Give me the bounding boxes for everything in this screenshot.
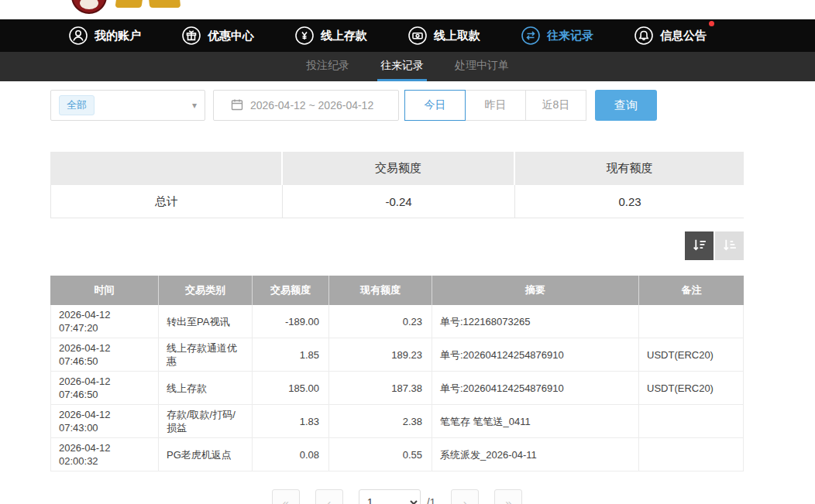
- page-total-label: /1: [427, 496, 436, 504]
- first-page-button[interactable]: «: [272, 489, 300, 504]
- top-strip: [0, 0, 815, 19]
- tab-processing-orders[interactable]: 处理中订单: [452, 52, 512, 81]
- announcement-icon: [634, 26, 654, 46]
- nav-label: 优惠中心: [208, 29, 254, 43]
- today-button[interactable]: 今日: [404, 90, 466, 121]
- site-logo-mascot: [71, 0, 107, 14]
- table-row: 2026-04-12 07:46:50 线上存款 185.00 187.38 单…: [51, 372, 743, 405]
- table-row: 2026-04-12 07:43:00 存款/取款/打码/损益 1.83 2.3…: [51, 405, 743, 438]
- next-page-button[interactable]: ›: [451, 489, 479, 504]
- cell-transaction: 1.85: [252, 338, 328, 371]
- nav-item-transfer-records[interactable]: 往来记录: [521, 26, 593, 46]
- nav-item-promotions[interactable]: 优惠中心: [181, 26, 254, 46]
- cell-transaction: 1.83: [252, 405, 328, 437]
- nav-label: 往来记录: [547, 29, 593, 43]
- summary-balance-total: 0.23: [514, 185, 745, 218]
- summary-header-row: 交易额度 现有额度: [50, 152, 744, 185]
- table-body: 2026-04-12 07:47:20 转出至PA视讯 -189.00 0.23…: [50, 305, 744, 471]
- notification-dot: [709, 21, 714, 26]
- calendar-icon: [231, 98, 243, 113]
- date-range-value: 2026-04-12 ~ 2026-04-12: [250, 99, 373, 111]
- cell-transaction: 0.08: [252, 438, 328, 471]
- cell-time: 2026-04-12 02:00:32: [51, 438, 158, 471]
- cell-summary: 单号:122168073265: [432, 305, 638, 338]
- col-header-time: 时间: [50, 276, 158, 305]
- withdraw-icon: [408, 26, 428, 46]
- cell-summary: 单号:202604124254876910: [432, 338, 638, 371]
- main-content: 全部 ▾ 2026-04-12 ~ 2026-04-12 今日 昨日 近8日 查…: [50, 90, 744, 504]
- cell-balance: 0.55: [328, 438, 432, 471]
- col-header-summary: 摘要: [432, 276, 638, 305]
- nav-item-online-deposit[interactable]: 线上存款: [294, 26, 367, 46]
- summary-total-label: 总计: [51, 185, 282, 218]
- query-button[interactable]: 查询: [595, 90, 657, 121]
- cell-type: 线上存款: [158, 372, 252, 404]
- nav-item-announcements[interactable]: 信息公告: [634, 26, 707, 46]
- records-table: 时间 交易类别 交易额度 现有额度 摘要 备注 2026-04-12 07:47…: [50, 276, 744, 471]
- col-header-remark: 备注: [638, 276, 744, 305]
- gift-icon: [181, 26, 201, 46]
- cell-balance: 187.38: [328, 372, 432, 404]
- cell-summary: 系统派发_2026-04-11: [432, 438, 638, 471]
- sort-descending-button[interactable]: [685, 231, 714, 260]
- page-select[interactable]: 1: [359, 489, 421, 504]
- deposit-icon: [294, 26, 315, 46]
- table-row: 2026-04-12 02:00:32 PG老虎机返点 0.08 0.55 系统…: [51, 438, 743, 471]
- user-icon: [68, 26, 88, 46]
- yesterday-button[interactable]: 昨日: [465, 90, 526, 121]
- cell-type: PG老虎机返点: [158, 438, 252, 471]
- cell-time: 2026-04-12 07:46:50: [51, 338, 158, 371]
- table-header-row: 时间 交易类别 交易额度 现有额度 摘要 备注: [50, 276, 744, 305]
- cell-balance: 189.23: [328, 338, 432, 371]
- type-select[interactable]: 全部 ▾: [50, 90, 205, 121]
- col-header-balance: 现有额度: [328, 276, 432, 305]
- cell-remark: USDT(ERC20): [638, 338, 743, 371]
- cell-type: 线上存款通道优惠: [158, 338, 252, 371]
- cell-time: 2026-04-12 07:46:50: [51, 372, 158, 404]
- main-nav: 我的账户 优惠中心 线上存款 线上取款: [0, 19, 815, 52]
- cell-remark: [638, 305, 743, 338]
- cell-type: 转出至PA视讯: [158, 305, 252, 338]
- nav-item-my-account[interactable]: 我的账户: [68, 26, 141, 46]
- cell-summary: 单号:202604124254876910: [432, 372, 638, 404]
- summary-header-transaction: 交易额度: [281, 152, 514, 185]
- cell-time: 2026-04-12 07:47:20: [51, 305, 158, 338]
- summary-total-row: 总计 -0.24 0.23: [50, 185, 744, 218]
- pagination: « ‹ 1 /1 › »: [50, 489, 744, 504]
- sort-descending-icon: [691, 237, 707, 255]
- date-range-input[interactable]: 2026-04-12 ~ 2026-04-12: [213, 90, 399, 121]
- prev-page-button[interactable]: ‹: [315, 489, 343, 504]
- type-selected-chip: 全部: [59, 95, 95, 115]
- nav-label: 线上存款: [321, 29, 367, 43]
- cell-remark: [638, 438, 743, 471]
- col-header-transaction: 交易额度: [252, 276, 328, 305]
- nav-label: 我的账户: [95, 29, 141, 43]
- col-header-type: 交易类别: [158, 276, 252, 305]
- tab-transfer-records[interactable]: 往来记录: [377, 52, 427, 81]
- cell-balance: 2.38: [328, 405, 432, 437]
- filter-row: 全部 ▾ 2026-04-12 ~ 2026-04-12 今日 昨日 近8日 查…: [50, 90, 744, 121]
- chevron-down-icon: ▾: [192, 100, 197, 111]
- table-row: 2026-04-12 07:47:20 转出至PA视讯 -189.00 0.23…: [51, 305, 743, 338]
- last-8-days-button[interactable]: 近8日: [525, 90, 586, 121]
- cell-balance: 0.23: [328, 305, 432, 338]
- table-row: 2026-04-12 07:46:50 线上存款通道优惠 1.85 189.23…: [51, 338, 743, 372]
- cell-transaction: 185.00: [252, 372, 328, 404]
- tab-betting-records[interactable]: 投注纪录: [303, 52, 352, 81]
- transfer-records-icon: [521, 26, 541, 46]
- cell-summary: 笔笔存 笔笔送_0411: [432, 405, 638, 437]
- cell-remark: USDT(ERC20): [638, 372, 743, 404]
- summary-header-blank: [50, 152, 281, 185]
- cell-time: 2026-04-12 07:43:00: [51, 405, 158, 437]
- cell-type: 存款/取款/打码/损益: [158, 405, 252, 437]
- nav-item-online-withdraw[interactable]: 线上取款: [408, 26, 480, 46]
- sort-controls: [50, 231, 744, 260]
- summary-table: 交易额度 现有额度 总计 -0.24 0.23: [50, 152, 744, 218]
- nav-label: 信息公告: [660, 29, 707, 43]
- last-page-button[interactable]: »: [494, 489, 522, 504]
- sort-ascending-button[interactable]: [715, 231, 744, 260]
- summary-header-balance: 现有额度: [514, 152, 744, 185]
- sub-nav: 投注纪录 往来记录 处理中订单: [0, 52, 815, 81]
- cell-remark: [638, 405, 743, 437]
- summary-transaction-total: -0.24: [282, 185, 514, 218]
